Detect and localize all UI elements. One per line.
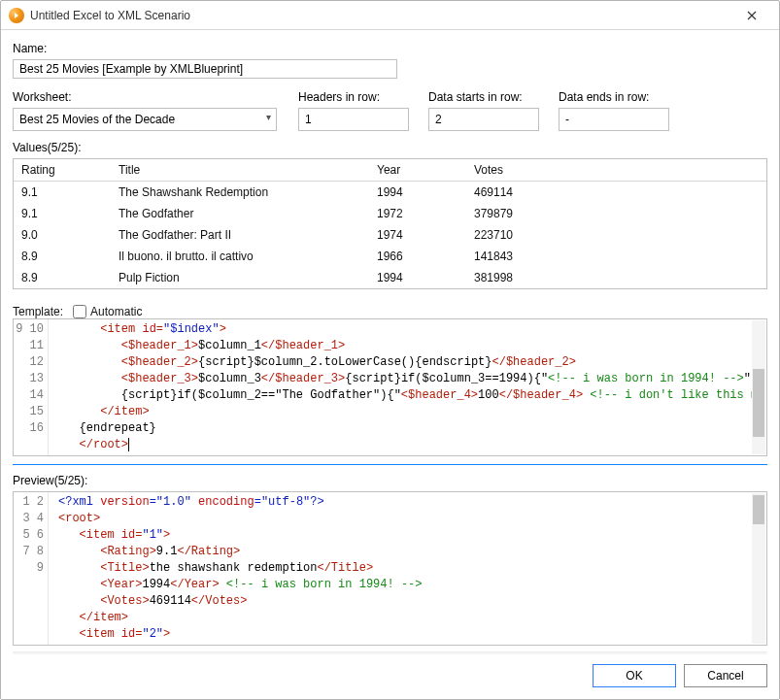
cell-rating: 8.9	[14, 246, 111, 267]
preview-label: Preview(5/25):	[13, 474, 767, 487]
close-icon	[747, 11, 757, 20]
automatic-label: Automatic	[90, 305, 142, 318]
cell-year: 1966	[369, 246, 466, 267]
table-header-row: Rating Title Year Votes	[14, 159, 766, 182]
ok-button[interactable]: OK	[593, 664, 676, 687]
automatic-checkbox[interactable]	[73, 305, 86, 318]
preview-gutter: 1 2 3 4 5 6 7 8 9	[14, 492, 49, 645]
preview-scrollbar[interactable]	[752, 493, 765, 644]
data-end-label: Data ends in row:	[559, 90, 675, 104]
template-editor[interactable]: 9 10 11 12 13 14 15 16 <item id="$index"…	[13, 318, 767, 456]
cell-title: Pulp Fiction	[111, 267, 369, 288]
data-start-label: Data starts in row:	[428, 90, 545, 104]
cell-title: The Shawshank Redemption	[111, 182, 369, 203]
cell-year: 1994	[369, 182, 466, 203]
cell-votes: 379879	[466, 203, 766, 224]
table-row[interactable]: 8.9Il buono. il brutto. il cattivo196614…	[14, 246, 766, 267]
name-input[interactable]	[13, 59, 397, 79]
values-label: Values(5/25):	[13, 141, 767, 154]
cell-votes: 469114	[466, 182, 766, 203]
cell-votes: 141843	[466, 246, 766, 267]
cell-rating: 8.9	[14, 267, 111, 288]
window-title: Untitled Excel to XML Scenario	[30, 9, 732, 22]
cell-title: The Godfather: Part II	[111, 224, 369, 246]
name-label: Name:	[13, 42, 767, 55]
cell-title: The Godfather	[111, 203, 369, 224]
worksheet-select[interactable]: Best 25 Movies of the Decade	[13, 108, 277, 131]
template-gutter: 9 10 11 12 13 14 15 16	[14, 319, 49, 455]
cell-votes: 381998	[466, 267, 766, 288]
data-start-input[interactable]	[428, 108, 539, 131]
col-year[interactable]: Year	[369, 159, 466, 181]
cell-year: 1972	[369, 203, 466, 224]
preview-viewer[interactable]: 1 2 3 4 5 6 7 8 9 <?xml version="1.0" en…	[13, 491, 767, 646]
automatic-checkbox-wrap[interactable]: Automatic	[73, 305, 142, 318]
close-button[interactable]	[732, 2, 771, 29]
cell-votes: 223710	[466, 224, 766, 246]
col-votes[interactable]: Votes	[466, 159, 766, 181]
dialog-window: Untitled Excel to XML Scenario Name: Wor…	[0, 0, 780, 700]
app-icon	[9, 8, 24, 23]
cell-rating: 9.1	[14, 182, 111, 203]
table-row[interactable]: 9.0The Godfather: Part II1974223710	[14, 224, 766, 246]
col-rating[interactable]: Rating	[14, 159, 111, 181]
headers-row-label: Headers in row:	[298, 90, 415, 104]
splitter-handle[interactable]: ▔▔▔	[13, 456, 767, 462]
values-table: Rating Title Year Votes 9.1The Shawshank…	[13, 158, 767, 289]
titlebar: Untitled Excel to XML Scenario	[1, 1, 779, 30]
cancel-button[interactable]: Cancel	[684, 664, 767, 687]
col-title[interactable]: Title	[111, 159, 369, 181]
data-end-input[interactable]	[559, 108, 669, 131]
cell-rating: 9.0	[14, 224, 111, 246]
cell-year: 1994	[369, 267, 466, 288]
table-row[interactable]: 9.1The Godfather1972379879	[14, 203, 766, 224]
cell-rating: 9.1	[14, 203, 111, 224]
table-row[interactable]: 8.9Pulp Fiction1994381998	[14, 267, 766, 288]
table-row[interactable]: 9.1The Shawshank Redemption1994469114	[14, 182, 766, 203]
dialog-buttons: OK Cancel	[1, 654, 779, 699]
worksheet-label: Worksheet:	[13, 90, 285, 104]
headers-row-input[interactable]	[298, 108, 409, 131]
cell-year: 1974	[369, 224, 466, 246]
template-label: Template:	[13, 305, 63, 318]
template-scrollbar[interactable]	[752, 320, 765, 454]
cell-title: Il buono. il brutto. il cattivo	[111, 246, 369, 267]
